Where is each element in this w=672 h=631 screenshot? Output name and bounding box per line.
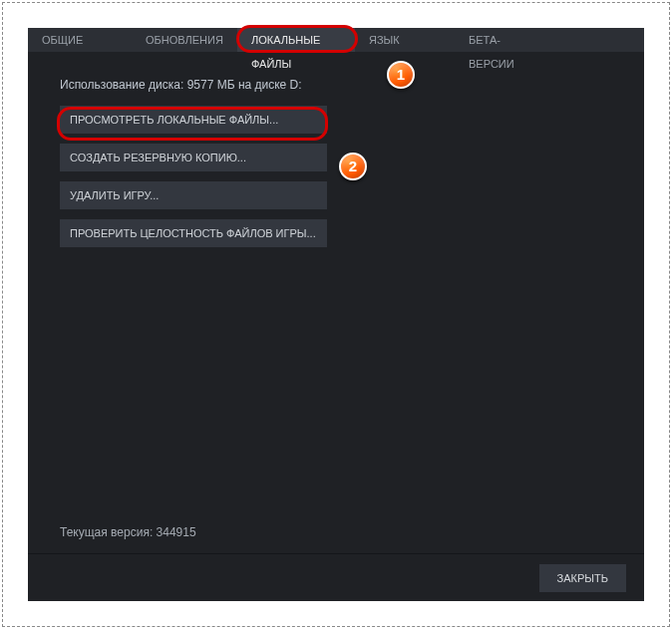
tab-local-files[interactable]: ЛОКАЛЬНЫЕ ФАЙЛЫ	[237, 28, 355, 52]
disk-usage-text: Использование диска: 9577 МБ на диске D:	[60, 78, 612, 92]
tab-beta[interactable]: БЕТА-ВЕРСИИ	[455, 28, 554, 52]
delete-game-button[interactable]: УДАЛИТЬ ИГРУ...	[60, 181, 327, 209]
properties-dialog: ОБЩИЕ ОБНОВЛЕНИЯ ЛОКАЛЬНЫЕ ФАЙЛЫ ЯЗЫК БЕ…	[28, 28, 644, 601]
current-version-label: Текущая версия: 344915	[60, 525, 196, 539]
tab-general[interactable]: ОБЩИЕ	[28, 28, 132, 52]
verify-integrity-button[interactable]: ПРОВЕРИТЬ ЦЕЛОСТНОСТЬ ФАЙЛОВ ИГРЫ...	[60, 219, 327, 247]
tab-updates[interactable]: ОБНОВЛЕНИЯ	[132, 28, 237, 52]
tabs-row: ОБЩИЕ ОБНОВЛЕНИЯ ЛОКАЛЬНЫЕ ФАЙЛЫ ЯЗЫК БЕ…	[28, 28, 644, 52]
tab-language[interactable]: ЯЗЫК	[355, 28, 455, 52]
close-button[interactable]: ЗАКРЫТЬ	[539, 564, 626, 592]
tab-content: Использование диска: 9577 МБ на диске D:…	[28, 52, 644, 553]
dialog-footer: ЗАКРЫТЬ	[28, 553, 644, 601]
backup-game-button[interactable]: СОЗДАТЬ РЕЗЕРВНУЮ КОПИЮ...	[60, 144, 327, 171]
browse-local-files-button[interactable]: ПРОСМОТРЕТЬ ЛОКАЛЬНЫЕ ФАЙЛЫ...	[60, 106, 327, 134]
